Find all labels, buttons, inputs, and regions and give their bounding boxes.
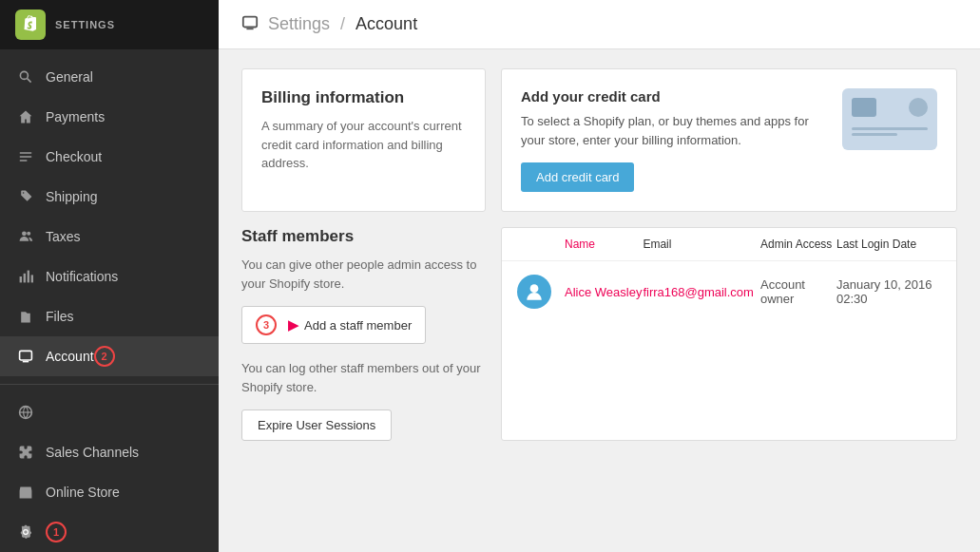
puzzle-icon <box>15 442 36 463</box>
expire-sessions-button[interactable]: Expire User Sessions <box>241 409 392 441</box>
col-login-label: Last Login Date <box>836 238 916 251</box>
billing-description: A summary of your account's current cred… <box>261 117 466 173</box>
breadcrumb: Settings / Account <box>268 14 417 34</box>
add-staff-button[interactable]: 3 ▶ Add a staff member <box>241 306 426 344</box>
svg-rect-8 <box>24 274 26 283</box>
svg-rect-7 <box>20 276 22 282</box>
breadcrumb-settings: Settings <box>268 14 330 33</box>
sidebar-label-files: Files <box>46 309 74 324</box>
credit-card-line-2 <box>852 133 897 136</box>
shopify-logo <box>15 10 46 40</box>
add-credit-card-button[interactable]: Add credit card <box>521 162 634 192</box>
staff-role-cell: Account owner <box>760 277 836 306</box>
gear-icon <box>15 522 36 542</box>
step3-badge: 3 <box>256 314 277 335</box>
globe-icon <box>15 402 36 423</box>
content-area: Billing information A summary of your ac… <box>219 49 980 552</box>
svg-point-18 <box>530 284 539 293</box>
svg-rect-9 <box>28 271 29 283</box>
staff-title: Staff members <box>241 227 486 246</box>
main-content: Settings / Account Billing information A… <box>219 0 980 552</box>
sidebar-item-checkout[interactable]: Checkout <box>0 137 219 177</box>
sidebar-label-shipping: Shipping <box>46 189 98 204</box>
col-admin-label: Admin Access <box>760 238 832 251</box>
sidebar-item-sales-channels[interactable]: Sales Channels <box>0 432 219 472</box>
settings-label: SETTINGS <box>55 19 115 30</box>
sidebar-item-account[interactable]: Account 2 <box>0 336 219 376</box>
col-login-header: Last Login Date <box>836 238 941 251</box>
svg-point-5 <box>22 231 27 236</box>
breadcrumb-separator: / <box>340 14 345 33</box>
sidebar-label-taxes: Taxes <box>46 229 81 244</box>
checkout-icon <box>15 146 36 167</box>
credit-card-content: Add your credit card To select a Shopify… <box>521 88 937 192</box>
sidebar-bottom: Sales Channels Online Store 1 <box>0 384 219 552</box>
sidebar-item-files[interactable]: Files <box>0 296 219 336</box>
svg-rect-4 <box>20 160 28 162</box>
sidebar-item-general[interactable]: General <box>0 57 219 97</box>
users-icon <box>15 226 36 247</box>
account-icon <box>15 346 36 367</box>
search-icon <box>15 67 36 87</box>
breadcrumb-icon <box>241 14 259 34</box>
billing-info-card: Billing information A summary of your ac… <box>241 68 486 212</box>
sidebar-item-shipping[interactable]: Shipping <box>0 177 219 217</box>
chart-icon <box>15 266 36 287</box>
sidebar-item-settings-footer[interactable]: 1 <box>0 512 219 552</box>
staff-table: Name Email Admin Access Last Login Date <box>502 228 956 322</box>
svg-point-0 <box>20 71 28 79</box>
home-icon <box>15 106 36 127</box>
col-admin-header: Admin Access <box>760 238 836 251</box>
svg-rect-10 <box>31 275 33 282</box>
credit-card-text: Add your credit card To select a Shopify… <box>521 88 827 192</box>
sidebar-label-sales-channels: Sales Channels <box>46 445 139 460</box>
add-staff-icon: ▶ <box>288 317 298 333</box>
sidebar: SETTINGS General Payments Checkout Shipp… <box>0 0 219 552</box>
sidebar-label-checkout: Checkout <box>46 149 102 164</box>
billing-row: Billing information A summary of your ac… <box>241 68 957 212</box>
credit-card-description: To select a Shopify plan, or buy themes … <box>521 112 827 149</box>
col-email-header: Email <box>643 238 760 251</box>
sidebar-item-domains[interactable] <box>0 392 219 432</box>
credit-card-lines <box>852 127 928 139</box>
sidebar-header: SETTINGS <box>0 0 219 49</box>
staff-login-cell: January 10, 2016 02:30 <box>836 277 941 306</box>
sidebar-label-notifications: Notifications <box>46 269 118 284</box>
col-avatar-cell <box>517 275 565 309</box>
svg-line-1 <box>28 79 31 83</box>
sidebar-label-general: General <box>46 69 93 85</box>
credit-card-card: Add your credit card To select a Shopify… <box>501 68 957 212</box>
add-staff-label: Add a staff member <box>304 318 412 333</box>
svg-rect-2 <box>20 152 32 154</box>
svg-rect-11 <box>20 351 32 360</box>
col-avatar-header <box>517 238 565 251</box>
staff-email-cell: firra168@gmail.com <box>643 285 760 299</box>
store-icon <box>15 482 36 503</box>
sidebar-label-online-store: Online Store <box>46 485 120 500</box>
sidebar-item-notifications[interactable]: Notifications <box>0 257 219 296</box>
sidebar-label-account: Account <box>46 349 94 364</box>
sidebar-item-payments[interactable]: Payments <box>0 97 219 137</box>
svg-point-6 <box>27 232 30 236</box>
staff-avatar <box>517 275 551 309</box>
staff-name-cell: Alice Weasley <box>565 285 643 299</box>
tag-icon <box>15 186 36 207</box>
svg-rect-16 <box>243 17 257 28</box>
staff-left: Staff members You can give other people … <box>241 227 486 441</box>
page-header: Settings / Account <box>219 0 980 49</box>
billing-title: Billing information <box>261 88 466 107</box>
svg-rect-3 <box>20 156 32 158</box>
staff-description-logout: You can log other staff members out of y… <box>241 359 486 396</box>
sidebar-label-payments: Payments <box>46 109 105 124</box>
credit-card-title: Add your credit card <box>521 88 827 105</box>
sidebar-item-online-store[interactable]: Online Store <box>0 472 219 512</box>
staff-table-header: Name Email Admin Access Last Login Date <box>502 228 956 261</box>
breadcrumb-account: Account <box>355 14 417 33</box>
step2-badge: 2 <box>94 346 115 367</box>
credit-card-visual <box>842 88 937 150</box>
col-name-header: Name <box>565 238 643 251</box>
staff-table-card: Name Email Admin Access Last Login Date <box>501 227 957 441</box>
credit-card-line-1 <box>852 127 928 130</box>
staff-description-access: You can give other people admin access t… <box>241 256 486 293</box>
sidebar-item-taxes[interactable]: Taxes <box>0 217 219 257</box>
